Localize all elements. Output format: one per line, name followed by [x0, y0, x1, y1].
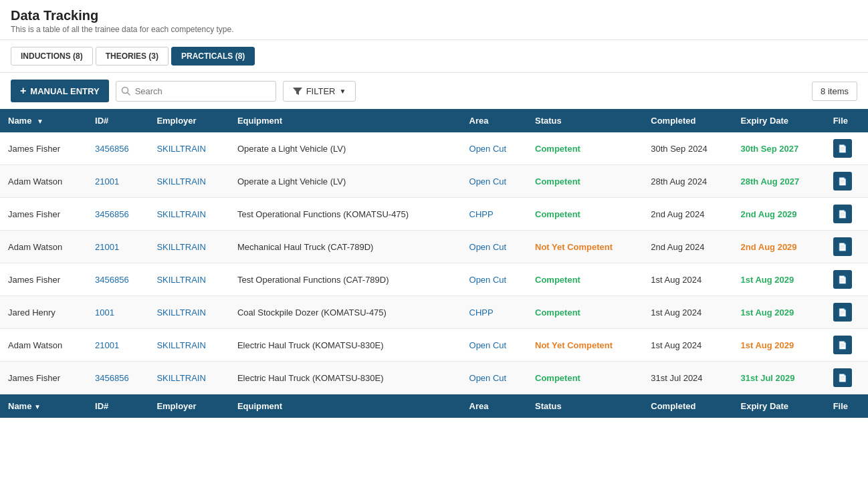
pdf-icon[interactable]: 📄: [833, 237, 852, 256]
col-header-status: Status: [527, 109, 643, 132]
cell-area: CHPP: [461, 198, 528, 231]
pdf-icon[interactable]: 📄: [833, 139, 852, 158]
cell-file: 📄: [825, 231, 868, 263]
cell-employer: SKILLTRAIN: [148, 198, 229, 231]
footer-col-status: Status: [527, 394, 643, 418]
cell-status: Competent: [527, 362, 643, 394]
cell-expiry: 2nd Aug 2029: [733, 231, 825, 263]
pdf-icon[interactable]: 📄: [833, 368, 852, 387]
cell-employer: SKILLTRAIN: [148, 165, 229, 198]
cell-name: Adam Watson: [0, 231, 87, 263]
cell-equipment: Electric Haul Truck (KOMATSU-830E): [229, 362, 461, 394]
id-link[interactable]: 21001: [95, 340, 119, 350]
area-link[interactable]: Open Cut: [469, 275, 507, 285]
cell-employer: SKILLTRAIN: [148, 132, 229, 165]
employer-link[interactable]: SKILLTRAIN: [156, 176, 205, 187]
cell-area: Open Cut: [461, 165, 528, 198]
cell-id: 1001: [87, 296, 148, 329]
cell-status: Not Yet Competent: [527, 329, 643, 362]
tab-theories[interactable]: THEORIES (3): [96, 47, 169, 66]
cell-name: James Fisher: [0, 263, 87, 296]
cell-area: Open Cut: [461, 263, 528, 296]
cell-status: Competent: [527, 296, 643, 329]
employer-link[interactable]: SKILLTRAIN: [156, 340, 205, 350]
cell-status: Competent: [527, 132, 643, 165]
cell-id: 3456856: [87, 198, 148, 231]
id-link[interactable]: 3456856: [95, 373, 129, 383]
tab-inductions[interactable]: INDUCTIONS (8): [11, 47, 93, 66]
status-badge: Competent: [535, 144, 580, 154]
pdf-icon[interactable]: 📄: [833, 172, 852, 191]
cell-expiry: 1st Aug 2029: [733, 296, 825, 329]
id-link[interactable]: 21001: [95, 176, 119, 187]
search-input[interactable]: [116, 81, 276, 102]
employer-link[interactable]: SKILLTRAIN: [156, 209, 205, 219]
items-badge: 8 items: [812, 82, 857, 101]
id-link[interactable]: 3456856: [95, 144, 129, 154]
cell-id: 3456856: [87, 263, 148, 296]
cell-file: 📄: [825, 132, 868, 165]
col-header-completed: Completed: [643, 109, 732, 132]
id-link[interactable]: 21001: [95, 242, 119, 252]
cell-equipment: Test Operational Functions (CAT-789D): [229, 263, 461, 296]
cell-employer: SKILLTRAIN: [148, 362, 229, 394]
col-header-name[interactable]: Name ▼: [0, 109, 87, 132]
tab-practicals[interactable]: PRACTICALS (8): [171, 47, 255, 66]
filter-button[interactable]: FILTER ▼: [283, 81, 356, 102]
cell-completed: 1st Aug 2024: [643, 296, 732, 329]
area-link[interactable]: Open Cut: [469, 373, 507, 383]
table-row: Jared Henry 1001 SKILLTRAIN Coal Stockpi…: [0, 296, 868, 329]
employer-link[interactable]: SKILLTRAIN: [156, 242, 205, 252]
table-body: James Fisher 3456856 SKILLTRAIN Operate …: [0, 132, 868, 394]
employer-link[interactable]: SKILLTRAIN: [156, 307, 205, 318]
pdf-icon[interactable]: 📄: [833, 205, 852, 223]
cell-area: CHPP: [461, 296, 528, 329]
cell-file: 📄: [825, 165, 868, 198]
footer-col-area: Area: [461, 394, 528, 418]
expiry-date: 30th Sep 2027: [741, 144, 799, 154]
area-link[interactable]: Open Cut: [469, 144, 507, 154]
cell-status: Competent: [527, 263, 643, 296]
cell-file: 📄: [825, 362, 868, 394]
cell-equipment: Electric Haul Truck (KOMATSU-830E): [229, 329, 461, 362]
svg-marker-2: [293, 88, 302, 95]
area-link[interactable]: Open Cut: [469, 242, 507, 252]
pdf-icon[interactable]: 📄: [833, 270, 852, 289]
id-link[interactable]: 1001: [95, 307, 114, 318]
cell-expiry: 30th Sep 2027: [733, 132, 825, 165]
table-row: James Fisher 3456856 SKILLTRAIN Test Ope…: [0, 263, 868, 296]
cell-id: 3456856: [87, 362, 148, 394]
cell-name: Adam Watson: [0, 165, 87, 198]
cell-expiry: 1st Aug 2029: [733, 263, 825, 296]
area-link[interactable]: Open Cut: [469, 340, 507, 350]
employer-link[interactable]: SKILLTRAIN: [156, 373, 205, 383]
cell-id: 21001: [87, 165, 148, 198]
status-badge: Not Yet Competent: [535, 242, 613, 252]
employer-link[interactable]: SKILLTRAIN: [156, 144, 205, 154]
expiry-date: 28th Aug 2027: [741, 176, 800, 187]
id-link[interactable]: 3456856: [95, 209, 129, 219]
area-link[interactable]: CHPP: [469, 209, 494, 219]
chevron-down-icon: ▼: [339, 88, 346, 95]
cell-name: James Fisher: [0, 362, 87, 394]
table-row: James Fisher 3456856 SKILLTRAIN Operate …: [0, 132, 868, 165]
table-header: Name ▼ ID# Employer Equipment Area Statu…: [0, 109, 868, 132]
footer-col-expiry: Expiry Date: [733, 394, 825, 418]
table-row: James Fisher 3456856 SKILLTRAIN Electric…: [0, 362, 868, 394]
id-link[interactable]: 3456856: [95, 275, 129, 285]
pdf-icon[interactable]: 📄: [833, 336, 852, 354]
table-row: Adam Watson 21001 SKILLTRAIN Operate a L…: [0, 165, 868, 198]
pdf-icon[interactable]: 📄: [833, 303, 852, 322]
col-header-equipment: Equipment: [229, 109, 461, 132]
col-header-employer: Employer: [148, 109, 229, 132]
cell-id: 3456856: [87, 132, 148, 165]
cell-id: 21001: [87, 329, 148, 362]
employer-link[interactable]: SKILLTRAIN: [156, 275, 205, 285]
area-link[interactable]: Open Cut: [469, 176, 507, 187]
manual-entry-button[interactable]: + MANUAL ENTRY: [11, 80, 109, 102]
footer-sort-arrow: ▼: [34, 403, 41, 410]
data-table: Name ▼ ID# Employer Equipment Area Statu…: [0, 109, 868, 418]
area-link[interactable]: CHPP: [469, 307, 494, 318]
cell-equipment: Operate a Light Vehicle (LV): [229, 165, 461, 198]
cell-expiry: 2nd Aug 2029: [733, 198, 825, 231]
